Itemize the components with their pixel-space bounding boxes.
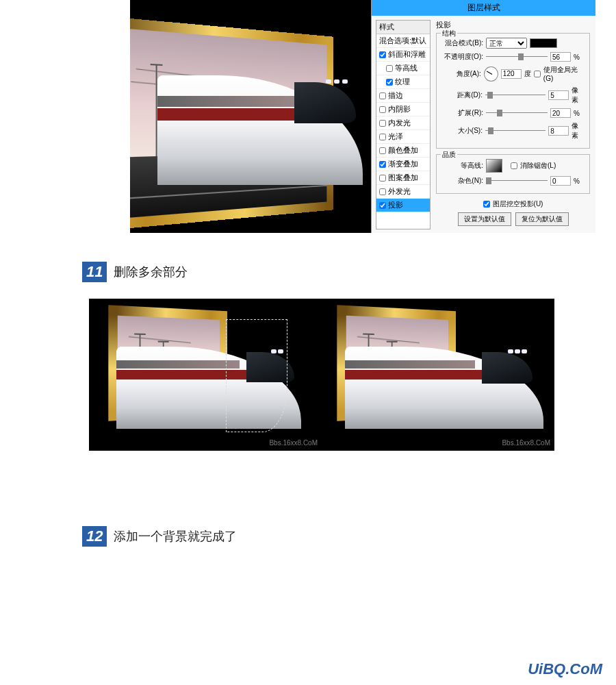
watermark: Bbs.16xx8.CoM xyxy=(502,439,550,447)
blend-mode-label: 混合模式(B): xyxy=(441,38,483,48)
checkbox-icon[interactable] xyxy=(379,147,386,154)
distance-unit: 像素 xyxy=(572,86,585,105)
dialog-title: 图层样式 xyxy=(372,0,595,16)
angle-dial[interactable] xyxy=(484,66,498,82)
size-slider[interactable] xyxy=(485,127,546,134)
antialias-label: 消除锯齿(L) xyxy=(520,161,556,171)
global-light-checkbox[interactable] xyxy=(534,71,541,77)
checkbox-icon[interactable] xyxy=(379,175,386,182)
opacity-unit: % xyxy=(574,53,580,61)
step10-image: 图层样式 样式 混合选项:默认 斜面和浮雕 等高线 纹理 描边 内阴影 内发光 … xyxy=(130,0,595,233)
step-12-text: 添加一个背景就完成了 xyxy=(114,528,237,545)
checkbox-icon[interactable] xyxy=(386,79,393,86)
style-item-inner-shadow[interactable]: 内阴影 xyxy=(376,103,430,116)
style-item-bevel[interactable]: 斜面和浮雕 xyxy=(376,48,430,62)
style-item-contour[interactable]: 等高线 xyxy=(376,62,430,75)
noise-unit: % xyxy=(574,177,580,185)
train xyxy=(157,48,390,212)
checkbox-icon[interactable] xyxy=(379,92,386,99)
style-item-outer-glow[interactable]: 外发光 xyxy=(376,185,430,199)
structure-group: 结构 混合模式(B): 正常 不透明度(O): % xyxy=(436,33,590,149)
spread-row: 扩展(R): % xyxy=(441,108,585,118)
style-item-gradient-overlay[interactable]: 渐变叠加 xyxy=(376,158,430,171)
distance-label: 距离(D): xyxy=(441,90,483,100)
train xyxy=(345,326,550,443)
checkbox-icon[interactable] xyxy=(379,188,386,195)
group-label-quality: 品质 xyxy=(441,150,457,160)
checkbox-icon[interactable] xyxy=(386,65,393,72)
step11-right-image: Bbs.16xx8.CoM xyxy=(322,299,554,451)
style-item-texture[interactable]: 纹理 xyxy=(376,75,430,89)
angle-label: 角度(A): xyxy=(441,69,481,79)
checkbox-icon[interactable] xyxy=(379,202,386,209)
section-title: 投影 xyxy=(436,20,590,30)
styles-list-header: 样式 xyxy=(376,21,430,34)
size-row: 大小(S): 像素 xyxy=(441,121,585,140)
distance-slider[interactable] xyxy=(485,92,546,99)
style-item-inner-glow[interactable]: 内发光 xyxy=(376,116,430,130)
checkbox-icon[interactable] xyxy=(379,134,386,140)
make-default-button[interactable]: 设置为默认值 xyxy=(458,212,511,226)
style-item-stroke[interactable]: 描边 xyxy=(376,89,430,103)
opacity-row: 不透明度(O): % xyxy=(441,52,585,62)
blend-mode-select[interactable]: 正常 xyxy=(486,38,527,49)
step11-image-pair: Bbs.16xx8.CoM Bbs.16xx8.CoM xyxy=(89,299,554,451)
layer-style-dialog: 图层样式 样式 混合选项:默认 斜面和浮雕 等高线 纹理 描边 内阴影 内发光 … xyxy=(371,0,595,233)
noise-label: 杂色(N): xyxy=(441,176,483,186)
step-11-heading: 11 删除多余部分 xyxy=(82,262,616,282)
style-item-satin[interactable]: 光泽 xyxy=(376,130,430,144)
checkbox-icon[interactable] xyxy=(379,161,386,168)
size-unit: 像素 xyxy=(572,121,585,140)
reset-default-button[interactable]: 复位为默认值 xyxy=(515,212,569,226)
global-light-label: 使用全局光(G) xyxy=(543,65,585,82)
style-item-color-overlay[interactable]: 颜色叠加 xyxy=(376,144,430,158)
angle-row: 角度(A): 度 使用全局光(G) xyxy=(441,65,585,82)
site-watermark: UiBQ.CoM xyxy=(528,660,602,678)
selection-marquee xyxy=(226,319,287,432)
dialog-main: 投影 结构 混合模式(B): 正常 不透明度(O): % xyxy=(431,16,595,233)
step11-left-image: Bbs.16xx8.CoM xyxy=(89,299,322,451)
spread-unit: % xyxy=(574,110,580,117)
step-11-text: 删除多余部分 xyxy=(114,264,188,280)
opacity-input[interactable] xyxy=(550,52,571,62)
step-number-badge: 12 xyxy=(82,526,107,547)
style-item-blend-options[interactable]: 混合选项:默认 xyxy=(376,34,430,48)
size-input[interactable] xyxy=(548,126,569,136)
antialias-checkbox[interactable] xyxy=(511,162,517,169)
noise-input[interactable] xyxy=(550,176,571,186)
style-item-pattern-overlay[interactable]: 图案叠加 xyxy=(376,171,430,185)
angle-input[interactable] xyxy=(501,69,522,79)
watermark: Bbs.16xx8.CoM xyxy=(269,439,318,447)
contour-picker[interactable] xyxy=(486,159,502,173)
contour-row: 等高线: 消除锯齿(L) xyxy=(441,159,585,173)
checkbox-icon[interactable] xyxy=(379,51,386,58)
angle-unit: 度 xyxy=(524,69,531,79)
knockout-row: 图层挖空投影(U) xyxy=(436,199,590,209)
opacity-label: 不透明度(O): xyxy=(441,52,483,62)
contour-label: 等高线: xyxy=(441,161,483,171)
spread-label: 扩展(R): xyxy=(441,108,483,118)
size-label: 大小(S): xyxy=(441,126,483,136)
group-label-structure: 结构 xyxy=(441,29,457,38)
distance-input[interactable] xyxy=(548,90,569,100)
styles-list: 样式 混合选项:默认 斜面和浮雕 等高线 纹理 描边 内阴影 内发光 光泽 颜色… xyxy=(376,20,431,229)
checkbox-icon[interactable] xyxy=(379,106,386,113)
quality-group: 品质 等高线: 消除锯齿(L) 杂色(N): % xyxy=(436,154,590,194)
style-item-drop-shadow[interactable]: 投影 xyxy=(376,199,430,212)
step-number-badge: 11 xyxy=(82,262,107,282)
step-12-heading: 12 添加一个背景就完成了 xyxy=(82,526,616,547)
opacity-slider[interactable] xyxy=(486,53,548,60)
distance-row: 距离(D): 像素 xyxy=(441,86,585,105)
checkbox-icon[interactable] xyxy=(379,120,386,127)
blend-mode-row: 混合模式(B): 正常 xyxy=(441,38,585,49)
spread-slider[interactable] xyxy=(486,110,548,116)
knockout-checkbox[interactable] xyxy=(483,201,490,208)
shadow-color-swatch[interactable] xyxy=(530,38,557,48)
spread-input[interactable] xyxy=(550,108,571,118)
noise-slider[interactable] xyxy=(486,177,548,184)
knockout-label: 图层挖空投影(U) xyxy=(493,199,543,209)
noise-row: 杂色(N): % xyxy=(441,176,585,186)
